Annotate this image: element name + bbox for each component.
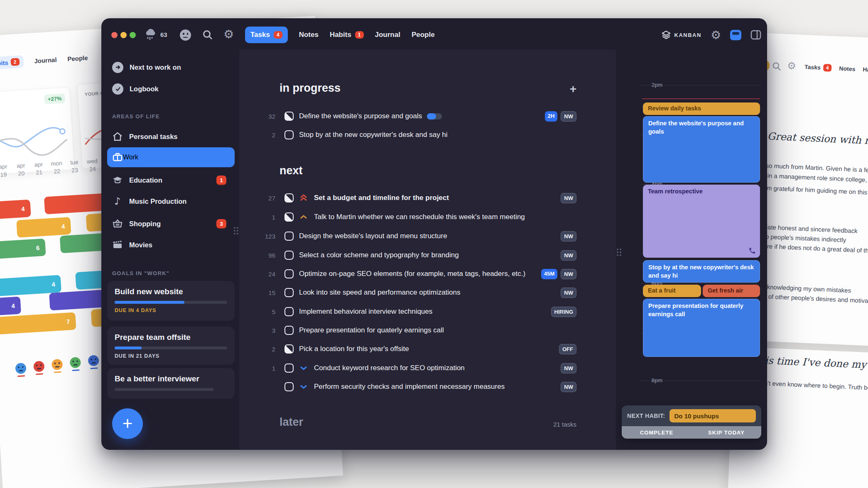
calendar-resize-grip[interactable] — [617, 249, 621, 256]
sidebar-item-label: Logbook — [130, 85, 159, 93]
task-checkbox[interactable] — [284, 251, 294, 260]
sidebar-item-logbook[interactable]: Logbook — [112, 82, 235, 96]
tab-notes[interactable]: Notes — [299, 31, 319, 39]
add-task-button[interactable]: + — [112, 408, 143, 439]
task-title: Select a color scheme and typography for… — [299, 251, 459, 259]
task-row[interactable]: 96 Select a color scheme and typography … — [239, 246, 616, 265]
calendar-event[interactable]: Get fresh air — [703, 285, 760, 297]
sidebar-item-work[interactable]: Work — [107, 147, 235, 167]
next-habit-pill[interactable]: Do 10 pushups — [669, 409, 756, 422]
task-checkbox[interactable] — [284, 364, 294, 373]
task-title: Design the website's layout and menu str… — [299, 232, 447, 240]
graduation-cap-icon — [112, 175, 123, 185]
sidebar-item-personal-tasks[interactable]: Personal tasks — [112, 129, 235, 144]
tab-journal[interactable]: Journal — [375, 31, 400, 39]
bg-gantt-bar: 4 — [16, 217, 71, 238]
close-traffic-light[interactable] — [111, 32, 118, 38]
sidebar-resize-grip[interactable] — [234, 227, 238, 234]
sidebar-badge: 1 — [216, 176, 226, 185]
task-checkbox[interactable] — [284, 382, 294, 391]
task-row[interactable]: 27 Set a budget and timeline for the pro… — [239, 188, 616, 207]
task-row[interactable]: 15 Look into site speed and performance … — [239, 283, 616, 302]
sidebar-item-movies[interactable]: Movies — [112, 238, 235, 252]
priority-medium-icon — [299, 212, 309, 222]
task-row[interactable]: 2 Pick a location for this year's offsit… — [239, 339, 616, 359]
sidebar-item-education[interactable]: Education 1 — [112, 173, 235, 187]
goal-card-build-new-website[interactable]: Build new website DUE IN 4 DAYS — [107, 281, 235, 321]
task-row[interactable]: 123 Design the website's layout and menu… — [239, 227, 616, 246]
calendar-event[interactable]: Eat a fruit — [643, 285, 701, 297]
goal-card-be-a-better-interviewer[interactable]: Be a better interviewer — [107, 368, 235, 399]
section-next: next — [280, 164, 303, 177]
task-checkbox[interactable] — [284, 112, 294, 121]
time-estimate-badge: 45M — [541, 269, 557, 279]
weather-count: 63 — [160, 31, 167, 38]
task-checkbox[interactable] — [284, 344, 294, 354]
bg-tab-journal: Journal — [34, 56, 57, 64]
tag-badge: OFF — [559, 344, 576, 354]
calendar-event[interactable]: Review daily tasks — [643, 102, 760, 115]
calendar-event[interactable]: Team retrospective — [643, 185, 760, 258]
add-section-task-button[interactable]: + — [570, 83, 576, 96]
tag-badge: NW — [561, 288, 576, 298]
task-row[interactable]: 1 Conduct keyword research for SEO optim… — [239, 359, 616, 378]
task-checkbox[interactable] — [284, 193, 294, 203]
next-habit-label: NEXT HABIT: — [627, 412, 665, 419]
maximize-traffic-light[interactable] — [130, 32, 136, 38]
skip-habit-button[interactable]: SKIP TODAY — [691, 426, 761, 439]
phone-icon — [748, 247, 756, 254]
task-progress-toggle[interactable] — [427, 113, 442, 120]
sidebar-item-music-production[interactable]: ♪ Music Production — [112, 194, 235, 208]
task-checkbox[interactable] — [284, 232, 294, 241]
gear-icon[interactable]: ⚙ — [223, 27, 234, 41]
search-icon[interactable] — [202, 29, 213, 40]
task-count: 96 — [239, 252, 275, 259]
kanban-view-button[interactable]: KANBAN — [661, 30, 701, 40]
weather-rain-cloud-icon[interactable] — [144, 28, 159, 41]
task-row[interactable]: 32 Define the website's purpose and goal… — [239, 107, 616, 126]
task-title: Set a budget and timeline for the projec… — [314, 194, 449, 202]
calendar-icon[interactable] — [730, 30, 741, 40]
sidebar: Next to work on Logbook AREAS OF LIFE Pe… — [101, 49, 239, 450]
task-checkbox[interactable] — [284, 307, 294, 316]
sidebar-item-shopping[interactable]: Shopping 3 — [112, 217, 235, 231]
bg-chart-badge: +27% — [44, 93, 65, 104]
task-row[interactable]: 24 Optimize on-page SEO elements (for ex… — [239, 264, 616, 283]
minimize-traffic-light[interactable] — [120, 32, 127, 38]
task-row[interactable]: 3 Prepare presentation for quaterly earn… — [239, 321, 616, 340]
hour-label: 8pm — [641, 377, 662, 383]
complete-habit-button[interactable]: COMPLETE — [622, 426, 691, 439]
calendar-event[interactable]: Stop by at the new copywriter's desk and… — [643, 260, 760, 283]
task-title: Optimize on-page SEO elements (for examp… — [299, 270, 525, 278]
sidebar-item-next-to-work-on[interactable]: Next to work on — [112, 60, 235, 74]
task-checkbox[interactable] — [284, 212, 294, 222]
task-count: 1 — [239, 365, 275, 372]
app-window: 63 ⚙ Tasks4 Notes Habits1 Journal People — [101, 18, 767, 450]
sidebar-item-label: Work — [123, 154, 138, 161]
task-checkbox[interactable] — [284, 130, 294, 139]
calendar-event[interactable]: Define the website's purpose and goals — [643, 116, 760, 183]
tab-habits[interactable]: Habits1 — [330, 31, 364, 39]
tab-badge: 1 — [355, 31, 364, 39]
mood-face-icon[interactable] — [180, 29, 191, 41]
task-checkbox[interactable] — [284, 326, 294, 335]
goal-progress-fill — [115, 301, 184, 304]
tab-badge: 4 — [274, 31, 282, 39]
tab-tasks[interactable]: Tasks4 — [245, 27, 288, 43]
section-later[interactable]: later — [280, 416, 303, 429]
task-checkbox[interactable] — [284, 288, 294, 297]
goal-due-label: DUE IN 21 DAYS — [115, 353, 227, 359]
task-title: Talk to Martin whether we can reschedule… — [314, 213, 525, 221]
tag-badge: NW — [561, 111, 576, 122]
task-list-panel: in progress + 32 Define the website's pu… — [239, 49, 616, 450]
tab-people[interactable]: People — [412, 31, 435, 39]
task-row[interactable]: Perform security checks and implement ne… — [239, 377, 616, 396]
task-checkbox[interactable] — [284, 269, 294, 278]
goal-card-prepare-team-offsite[interactable]: Prepare team offsite DUE IN 21 DAYS — [107, 327, 235, 365]
side-panel-icon[interactable] — [750, 30, 761, 40]
task-row[interactable]: 1 Talk to Martin whether we can reschedu… — [239, 207, 616, 227]
calendar-event[interactable]: Prepare presentation for quaterly earnin… — [643, 299, 760, 357]
gear-icon[interactable]: ⚙ — [711, 28, 721, 42]
task-row[interactable]: 5 Implement behavioral interview techniq… — [239, 302, 616, 321]
task-row[interactable]: 2 Stop by at the new copywriter's desk a… — [239, 125, 616, 144]
